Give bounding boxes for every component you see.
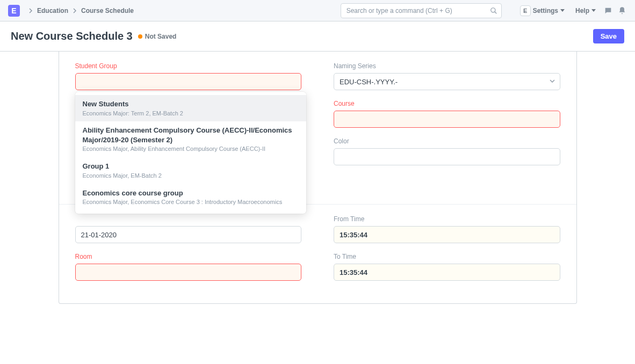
autocomplete-option-subtitle: Economics Major: Term 2, EM-Batch 2 [83, 110, 299, 118]
breadcrumb-education[interactable]: Education [37, 7, 68, 14]
field-color: Color [334, 137, 560, 165]
user-badge: E [520, 5, 531, 16]
from-time-input[interactable] [334, 226, 560, 243]
status-badge: Not Saved [138, 33, 177, 40]
field-room: Room [75, 253, 302, 281]
bell-icon[interactable] [617, 6, 627, 16]
autocomplete-option[interactable]: New Students Economics Major: Term 2, EM… [75, 95, 306, 121]
course-input[interactable] [334, 111, 560, 128]
svg-line-1 [494, 11, 496, 13]
field-naming-series: Naming Series [334, 62, 560, 90]
autocomplete-option-subtitle: Economics Major, EM-Batch 2 [83, 172, 299, 180]
breadcrumb-course-schedule[interactable]: Course Schedule [81, 7, 134, 14]
autocomplete-option[interactable]: Economics core course group Economics Ma… [75, 184, 306, 210]
field-from-time: From Time [334, 215, 560, 243]
chevron-down-icon [550, 79, 555, 84]
label-to-time: To Time [334, 253, 560, 260]
autocomplete-option[interactable]: Group 1 Economics Major, EM-Batch 2 [75, 157, 306, 184]
student-group-autocomplete: New Students Economics Major: Term 2, EM… [75, 92, 306, 214]
autocomplete-option-title: Economics core course group [83, 188, 299, 198]
brand-logo[interactable]: E [8, 5, 20, 17]
chevron-right-icon [28, 8, 33, 13]
page-header: New Course Schedule 3 Not Saved Save [0, 21, 635, 52]
autocomplete-option-subtitle: Economics Major, Economics Core Course 3… [83, 198, 299, 206]
help-menu[interactable]: Help [572, 7, 599, 14]
breadcrumb: Education Course Schedule [28, 7, 134, 14]
autocomplete-option-title: Group 1 [83, 162, 299, 171]
field-schedule-date: Schedule Date [75, 215, 302, 243]
label-from-time: From Time [334, 215, 560, 223]
chat-icon[interactable] [603, 6, 613, 16]
status-text: Not Saved [145, 33, 177, 40]
room-input[interactable] [75, 264, 302, 281]
status-dot-icon [138, 34, 142, 39]
label-course: Course [334, 100, 560, 107]
field-course: Course [334, 100, 560, 128]
caret-down-icon [591, 9, 596, 12]
save-button[interactable]: Save [593, 29, 624, 43]
page-title: New Course Schedule 3 [11, 30, 133, 42]
help-label: Help [575, 7, 589, 14]
global-search [341, 3, 502, 18]
field-student-group: Student Group New Students Economics Maj… [75, 62, 302, 90]
label-room: Room [75, 253, 302, 260]
to-time-input[interactable] [334, 264, 560, 281]
caret-down-icon [560, 9, 565, 12]
label-color: Color [334, 137, 560, 145]
settings-label: Settings [533, 7, 558, 14]
autocomplete-option-subtitle: Economics Major, Ability Enhancement Com… [83, 145, 299, 153]
autocomplete-option-title: Ability Enhancement Compulsory Course (A… [83, 126, 299, 144]
color-input[interactable] [334, 148, 560, 165]
svg-point-0 [490, 8, 495, 12]
schedule-date-input[interactable] [75, 226, 302, 243]
search-icon [490, 7, 497, 14]
student-group-input[interactable] [75, 73, 302, 90]
chevron-right-icon [73, 8, 77, 13]
autocomplete-option-title: New Students [83, 99, 299, 109]
label-naming-series: Naming Series [334, 62, 560, 70]
top-navbar: E Education Course Schedule E Settings H… [0, 0, 635, 21]
naming-series-select[interactable] [334, 73, 560, 90]
label-student-group: Student Group [75, 62, 302, 70]
autocomplete-option[interactable]: Ability Enhancement Compulsory Course (A… [75, 121, 306, 157]
form-card: Student Group New Students Economics Maj… [59, 52, 577, 304]
user-settings-menu[interactable]: E Settings [517, 5, 568, 16]
field-to-time: To Time [334, 253, 560, 281]
search-input[interactable] [341, 3, 502, 18]
